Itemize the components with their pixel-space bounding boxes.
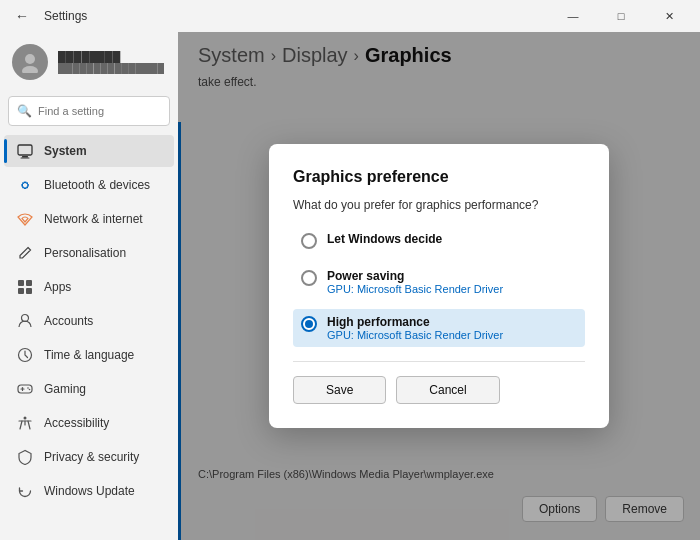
radio-content-windows: Let Windows decide <box>327 232 442 246</box>
sidebar-label-privacy: Privacy & security <box>44 450 139 464</box>
minimize-button[interactable]: — <box>550 0 596 32</box>
radio-content-saving: Power saving GPU: Microsoft Basic Render… <box>327 269 503 295</box>
search-input[interactable] <box>38 105 161 117</box>
sidebar-label-time: Time & language <box>44 348 134 362</box>
sidebar-item-network[interactable]: Network & internet <box>4 203 174 235</box>
radio-option-saving[interactable]: Power saving GPU: Microsoft Basic Render… <box>293 263 585 301</box>
user-email: ███████████████ <box>58 63 164 74</box>
personalisation-icon <box>16 244 34 262</box>
bluetooth-icon: ⭘ <box>16 176 34 194</box>
privacy-icon <box>16 448 34 466</box>
sidebar-item-apps[interactable]: Apps <box>4 271 174 303</box>
avatar <box>12 44 48 80</box>
modal-actions: Save Cancel <box>293 376 585 404</box>
svg-point-14 <box>27 387 29 389</box>
radio-content-performance: High performance GPU: Microsoft Basic Re… <box>327 315 503 341</box>
save-button[interactable]: Save <box>293 376 386 404</box>
sidebar-label-apps: Apps <box>44 280 71 294</box>
sidebar-item-privacy[interactable]: Privacy & security <box>4 441 174 473</box>
gaming-icon <box>16 380 34 398</box>
modal-backdrop: Graphics preference What do you prefer f… <box>178 32 700 540</box>
sidebar-label-gaming: Gaming <box>44 382 86 396</box>
update-icon <box>16 482 34 500</box>
content-area: System › Display › Graphics take effect.… <box>178 32 700 540</box>
sidebar-item-bluetooth[interactable]: ⭘ Bluetooth & devices <box>4 169 174 201</box>
radio-label-windows: Let Windows decide <box>327 232 442 246</box>
sidebar-label-update: Windows Update <box>44 484 135 498</box>
sidebar-item-gaming[interactable]: Gaming <box>4 373 174 405</box>
radio-option-windows[interactable]: Let Windows decide <box>293 226 585 255</box>
svg-rect-8 <box>26 288 32 294</box>
svg-point-0 <box>25 54 35 64</box>
svg-point-16 <box>24 417 27 420</box>
user-profile[interactable]: ████████ ███████████████ <box>0 32 178 92</box>
sidebar-item-system[interactable]: System <box>4 135 174 167</box>
modal-divider <box>293 361 585 362</box>
svg-rect-2 <box>18 145 32 155</box>
sidebar-item-accessibility[interactable]: Accessibility <box>4 407 174 439</box>
sidebar-item-personalisation[interactable]: Personalisation <box>4 237 174 269</box>
maximize-button[interactable]: □ <box>598 0 644 32</box>
modal-dialog: Graphics preference What do you prefer f… <box>269 144 609 428</box>
cancel-button[interactable]: Cancel <box>396 376 499 404</box>
sidebar-label-personalisation: Personalisation <box>44 246 126 260</box>
network-icon <box>16 210 34 228</box>
radio-sublabel-saving: GPU: Microsoft Basic Render Driver <box>327 283 503 295</box>
sidebar-item-accounts[interactable]: Accounts <box>4 305 174 337</box>
radio-sublabel-performance: GPU: Microsoft Basic Render Driver <box>327 329 503 341</box>
svg-rect-6 <box>26 280 32 286</box>
apps-icon <box>16 278 34 296</box>
radio-option-performance[interactable]: High performance GPU: Microsoft Basic Re… <box>293 309 585 347</box>
sidebar-label-accounts: Accounts <box>44 314 93 328</box>
main-layout: ████████ ███████████████ 🔍 System ⭘ Blue… <box>0 32 700 540</box>
sidebar: ████████ ███████████████ 🔍 System ⭘ Blue… <box>0 32 178 540</box>
svg-rect-5 <box>18 280 24 286</box>
radio-circle-performance <box>301 316 317 332</box>
accounts-icon <box>16 312 34 330</box>
user-info: ████████ ███████████████ <box>58 51 164 74</box>
sidebar-label-accessibility: Accessibility <box>44 416 109 430</box>
user-name: ████████ <box>58 51 164 63</box>
svg-rect-7 <box>18 288 24 294</box>
system-icon <box>16 142 34 160</box>
back-button[interactable]: ← <box>8 2 36 30</box>
sidebar-label-network: Network & internet <box>44 212 143 226</box>
sidebar-item-update[interactable]: Windows Update <box>4 475 174 507</box>
modal-title: Graphics preference <box>293 168 585 186</box>
titlebar-controls: — □ ✕ <box>550 0 692 32</box>
time-icon <box>16 346 34 364</box>
modal-question: What do you prefer for graphics performa… <box>293 198 585 212</box>
close-button[interactable]: ✕ <box>646 0 692 32</box>
search-box[interactable]: 🔍 <box>8 96 170 126</box>
search-icon: 🔍 <box>17 104 32 118</box>
sidebar-label-bluetooth: Bluetooth & devices <box>44 178 150 192</box>
svg-rect-4 <box>21 158 30 159</box>
radio-label-saving: Power saving <box>327 269 503 283</box>
accessibility-icon <box>16 414 34 432</box>
titlebar: ← Settings — □ ✕ <box>0 0 700 32</box>
sidebar-item-time[interactable]: Time & language <box>4 339 174 371</box>
radio-circle-saving <box>301 270 317 286</box>
radio-circle-windows <box>301 233 317 249</box>
titlebar-title: Settings <box>44 9 87 23</box>
svg-point-1 <box>22 66 38 73</box>
radio-label-performance: High performance <box>327 315 503 329</box>
sidebar-label-system: System <box>44 144 87 158</box>
svg-rect-3 <box>22 156 28 158</box>
svg-point-15 <box>29 389 31 391</box>
